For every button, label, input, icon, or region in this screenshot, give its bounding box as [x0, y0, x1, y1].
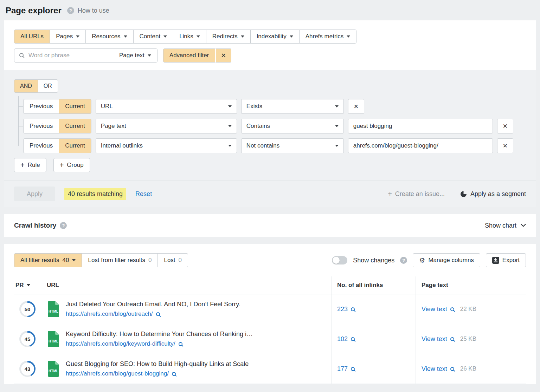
rule-previous-button[interactable]: Previous — [23, 138, 59, 153]
apply-bar: Apply 40 results matching Reset + Create… — [4, 181, 536, 207]
advanced-filter-button[interactable]: Advanced filter — [163, 48, 215, 63]
page-url-link[interactable]: https://ahrefs.com/blog/keyword-difficul… — [66, 340, 175, 347]
tab-links[interactable]: Links — [173, 30, 206, 44]
page-size: 25 KB — [460, 335, 476, 342]
view-text-link[interactable]: View text — [422, 365, 447, 373]
view-text-link[interactable]: View text — [422, 335, 447, 343]
tab-lost-from-filter-results[interactable]: Lost from filter results 0 — [82, 253, 158, 267]
rule-remove-button[interactable]: ✕ — [497, 119, 513, 133]
search-input[interactable] — [14, 48, 113, 63]
search-icon[interactable] — [351, 337, 355, 341]
rule-row: Previous Current Internal outlinks Not c… — [23, 138, 526, 153]
search-icon[interactable] — [179, 342, 182, 346]
logic-and-button[interactable]: AND — [14, 79, 38, 93]
add-group-button[interactable]: +Group — [53, 158, 90, 172]
create-issue-button[interactable]: + Create an issue... — [388, 190, 445, 198]
close-icon: ✕ — [354, 103, 359, 110]
chevron-down-icon — [335, 125, 339, 127]
rule-operator-select[interactable]: Contains — [241, 119, 344, 133]
help-icon[interactable]: ? — [67, 7, 74, 14]
rule-field-select[interactable]: URL — [96, 99, 237, 114]
page-url-link[interactable]: https://ahrefs.com/blog/outreach/ — [66, 311, 153, 318]
results-matching-badge: 40 results matching — [64, 188, 126, 200]
column-header-url[interactable]: URL — [41, 276, 331, 294]
search-row: Page text Advanced filter ✕ — [14, 48, 526, 63]
rule-current-button[interactable]: Current — [59, 119, 91, 133]
rule-previous-button[interactable]: Previous — [23, 99, 59, 114]
search-icon[interactable] — [156, 312, 160, 316]
tab-all-urls[interactable]: All URLs — [14, 30, 50, 44]
chevron-down-icon — [163, 35, 167, 38]
logic-or-button[interactable]: OR — [38, 79, 58, 93]
tab-pages[interactable]: Pages — [50, 30, 86, 44]
chevron-down-icon — [228, 125, 232, 127]
table-header-row: PR URL No. of all inlinks Page text — [14, 276, 526, 294]
plus-icon: + — [20, 162, 25, 169]
tab-content[interactable]: Content — [133, 30, 174, 44]
page-url-link[interactable]: https://ahrefs.com/blog/guest-blogging/ — [66, 370, 169, 377]
export-icon — [492, 257, 499, 264]
rule-remove-button[interactable]: ✕ — [348, 99, 364, 114]
pr-ring: 45 — [19, 331, 36, 347]
search-icon[interactable] — [450, 307, 454, 311]
rule-operator-select[interactable]: Not contains — [241, 138, 344, 153]
page-header: Page explorer ? How to use — [0, 0, 540, 20]
tab-count: 0 — [148, 257, 152, 264]
column-header-inlinks[interactable]: No. of all inlinks — [331, 276, 416, 294]
rules-list: Previous Current URL Exists ✕ Previous C… — [14, 99, 526, 153]
show-changes-toggle[interactable] — [332, 256, 347, 264]
search-icon[interactable] — [172, 372, 176, 376]
manage-columns-button[interactable]: ⚙ Manage columns — [413, 253, 480, 267]
svg-text:HTML: HTML — [49, 369, 58, 373]
search-icon[interactable] — [351, 307, 355, 311]
export-button[interactable]: Export — [486, 253, 526, 267]
tab-redirects[interactable]: Redirects — [206, 30, 251, 44]
how-to-use-link[interactable]: How to use — [78, 7, 109, 14]
tab-resources[interactable]: Resources — [85, 30, 133, 44]
rule-current-button[interactable]: Current — [59, 138, 91, 153]
results-table: PR URL No. of all inlinks Page text 50 H… — [14, 276, 526, 384]
rule-remove-button[interactable]: ✕ — [497, 138, 513, 153]
show-chart-toggle[interactable]: Show chart — [485, 222, 526, 229]
search-icon[interactable] — [450, 337, 454, 341]
tab-indexability[interactable]: Indexability — [250, 30, 300, 44]
rule-field-select[interactable]: Internal outlinks — [96, 138, 237, 153]
rule-operator-select[interactable]: Exists — [241, 99, 344, 114]
inlinks-count-link[interactable]: 223 — [337, 306, 348, 313]
column-header-pr[interactable]: PR — [14, 276, 41, 294]
html-file-icon: HTML — [47, 361, 60, 377]
reset-link[interactable]: Reset — [135, 190, 152, 198]
rule-value-input[interactable] — [348, 138, 493, 153]
rule-field-select[interactable]: Page text — [96, 119, 237, 133]
page-title-text: Guest Blogging for SEO: How to Build Hig… — [66, 360, 249, 368]
svg-text:HTML: HTML — [49, 339, 58, 343]
tab-lost[interactable]: Lost 0 — [158, 253, 188, 267]
search-icon[interactable] — [351, 367, 355, 371]
toggle-knob — [333, 257, 340, 264]
page-title-text: Keyword Difficulty: How to Determine You… — [66, 331, 253, 338]
chevron-down-icon — [335, 105, 339, 107]
advanced-filter-close-button[interactable]: ✕ — [215, 48, 231, 63]
search-icon[interactable] — [450, 367, 454, 371]
apply-button[interactable]: Apply — [14, 187, 55, 201]
inlinks-count-link[interactable]: 177 — [337, 365, 348, 373]
html-file-icon: HTML — [47, 301, 60, 317]
plus-icon: + — [60, 162, 64, 169]
tab-all-filter-results[interactable]: All filter results 40 — [14, 253, 82, 267]
help-icon[interactable]: ? — [400, 257, 407, 264]
apply-as-segment-button[interactable]: Apply as a segment — [460, 190, 526, 198]
tab-count: 40 — [63, 257, 69, 264]
view-text-link[interactable]: View text — [422, 306, 447, 313]
add-rule-button[interactable]: +Rule — [14, 158, 46, 172]
inlinks-count-link[interactable]: 102 — [337, 335, 348, 343]
page-title: Page explorer — [6, 6, 62, 15]
help-icon[interactable]: ? — [60, 222, 67, 229]
tab-ahrefs-metrics[interactable]: Ahrefs metrics — [299, 30, 357, 44]
search-scope-dropdown[interactable]: Page text — [113, 48, 158, 63]
search-icon — [19, 53, 24, 57]
rule-current-button[interactable]: Current — [59, 99, 91, 114]
column-header-page-text[interactable]: Page text — [416, 276, 526, 294]
rule-value-input[interactable] — [348, 119, 493, 133]
rule-previous-button[interactable]: Previous — [23, 119, 59, 133]
html-file-icon: HTML — [47, 331, 60, 347]
